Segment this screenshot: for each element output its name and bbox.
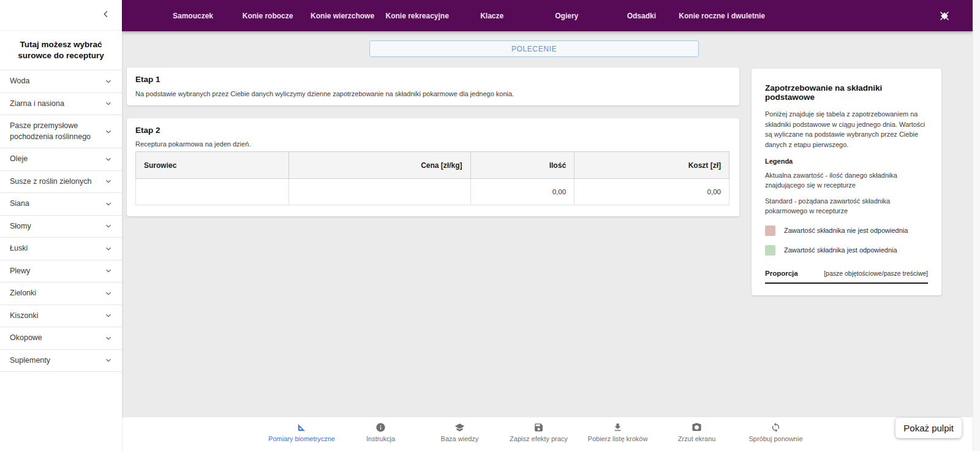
sidebar-category-item[interactable]: Okopowe <box>0 327 122 349</box>
sidebar-category-item[interactable]: Susze z roślin zielonych <box>0 170 122 193</box>
etap2-subtitle: Receptura pokarmowa na jeden dzień. <box>135 140 731 148</box>
table-header-cell: Koszt [zł] <box>575 152 729 179</box>
sidebar-collapse-button[interactable] <box>99 8 113 23</box>
toolbar-item[interactable]: Pobierz listę kroków <box>578 422 657 442</box>
compress-icon[interactable] <box>937 9 952 23</box>
chevron-down-icon <box>104 289 113 298</box>
sidebar-category-item[interactable]: Suplementy <box>0 349 122 373</box>
nav-item[interactable]: Konie wierzchowe <box>305 12 380 20</box>
chevron-down-icon <box>104 127 113 136</box>
nav-item[interactable]: Konie rekreacyjne <box>380 12 454 20</box>
sidebar-category-list: Woda Ziarna i nasiona Pasze przemysłowe … <box>0 70 122 372</box>
toolbar-item-label: Zrzut ekranu <box>678 435 716 442</box>
table-header-cell: Ilość <box>470 152 575 179</box>
chevron-down-icon <box>104 267 113 275</box>
top-nav: Samouczek Konie robocze Konie wierzchowe… <box>122 0 973 31</box>
toolbar-item[interactable]: Zapisz efekty pracy <box>499 422 578 442</box>
toolbar-item[interactable]: Instrukcja <box>341 422 420 442</box>
proportion-row: Proporcja [pasze objętościowe/pasze treś… <box>765 270 928 277</box>
show-desktop-button[interactable]: Pokaż pulpit <box>895 418 962 438</box>
sidebar-category-label: Pasze przemysłowe pochodzenia roślinnego <box>10 121 104 142</box>
sidebar-category-item[interactable]: Kiszonki <box>0 305 122 327</box>
nav-item[interactable]: Samouczek <box>156 12 230 20</box>
sidebar-category-item[interactable]: Oleje <box>0 148 122 170</box>
camera-icon <box>692 422 702 433</box>
etap1-title: Etap 1 <box>135 75 731 84</box>
sidebar-category-item[interactable]: Słomy <box>0 215 122 238</box>
sidebar-category-label: Woda <box>10 76 32 87</box>
table-cell: 0,00 <box>470 179 575 205</box>
main-content: POLECENIE Etap 1 Na podstawie wybranych … <box>122 31 973 417</box>
polecenie-button[interactable]: POLECENIE <box>369 40 699 57</box>
sidebar-category-item[interactable]: Łuski <box>0 237 122 260</box>
sidebar-category-label: Zielonki <box>10 288 39 299</box>
legend-color-label: Zawartość składnika nie jest odpowiednia <box>784 227 908 234</box>
nav-items: Samouczek Konie robocze Konie wierzchowe… <box>156 12 765 20</box>
proportion-value: [pasze objętościowe/pasze treściwe] <box>824 270 928 277</box>
chevron-down-icon <box>104 77 113 86</box>
etap2-title: Etap 2 <box>135 126 731 135</box>
toolbar-item[interactable]: Zrzut ekranu <box>657 422 736 442</box>
sidebar-category-item[interactable]: Pasze przemysłowe pochodzenia roślinnego <box>0 115 122 148</box>
legend-color-swatch <box>765 245 775 256</box>
sidebar-category-label: Ziarna i nasiona <box>10 99 67 110</box>
nav-item[interactable]: Klacze <box>454 12 529 20</box>
legend-definitions: Aktualna zawartość - ilość danego składn… <box>765 171 928 216</box>
panel-title: Zapotrzebowanie na składniki podstawowe <box>765 83 928 102</box>
scrollbar[interactable] <box>973 0 980 451</box>
sidebar-category-label: Suplementy <box>10 355 53 366</box>
nav-item[interactable]: Ogiery <box>529 12 604 20</box>
chevron-down-icon <box>104 244 113 253</box>
toolbar-item[interactable]: Baza wiedzy <box>420 422 499 442</box>
sidebar: Tutaj możesz wybrać surowce do receptury… <box>0 0 122 451</box>
sidebar-category-item[interactable]: Plewy <box>0 260 122 282</box>
sidebar-category-item[interactable]: Woda <box>0 70 122 93</box>
toolbar-item-label: Pobierz listę kroków <box>588 435 648 442</box>
legend-title: Legenda <box>765 157 928 165</box>
nav-item[interactable]: Odsadki <box>604 12 679 20</box>
toolbar-item-label: Instrukcja <box>366 435 395 442</box>
nav-item[interactable]: Konie roczne i dwuletnie <box>679 12 765 20</box>
info-icon <box>375 422 386 433</box>
chevron-down-icon <box>104 155 113 164</box>
sidebar-header <box>0 0 122 31</box>
requirements-panel: Zapotrzebowanie na składniki podstawowe … <box>752 69 941 295</box>
table-row: 0,000,00 <box>136 179 729 205</box>
sidebar-category-label: Okopowe <box>10 333 45 344</box>
proportion-divider <box>765 282 928 284</box>
sidebar-category-item[interactable]: Siana <box>0 192 122 215</box>
toolbar-items: Pomiary biometryczne Instrukcja Baza wie… <box>262 422 815 442</box>
sidebar-category-label: Kiszonki <box>10 311 41 322</box>
download-icon <box>612 422 623 433</box>
toolbar-item[interactable]: Pomiary biometryczne <box>262 422 341 442</box>
chevron-left-icon <box>101 12 111 21</box>
table-header-row: SurowiecCena [zł/kg]IlośćKoszt [zł] <box>136 152 729 179</box>
legend-color-swatch <box>765 226 775 236</box>
toolbar-item-label: Pomiary biometryczne <box>268 435 335 442</box>
proportion-label: Proporcja <box>765 270 798 277</box>
chevron-down-icon <box>104 177 113 186</box>
toolbar-item[interactable]: Spróbuj ponownie <box>736 422 815 442</box>
sidebar-category-item[interactable]: Ziarna i nasiona <box>0 93 122 115</box>
panel-description: Poniżej znajduje się tabela z zapotrzebo… <box>765 109 928 150</box>
legend-definition: Aktualna zawartość - ilość danego składn… <box>765 171 928 191</box>
table-cell <box>136 179 289 205</box>
sidebar-category-label: Łuski <box>10 243 30 254</box>
legend-color-list: Zawartość składnika nie jest odpowiednia… <box>765 226 928 256</box>
sidebar-category-item[interactable]: Zielonki <box>0 282 122 305</box>
toolbar-item-label: Zapisz efekty pracy <box>510 435 568 442</box>
graduation-cap-icon <box>454 422 465 433</box>
etap2-card: Etap 2 Receptura pokarmowa na jeden dzie… <box>127 118 739 216</box>
sidebar-category-label: Susze z roślin zielonych <box>10 176 94 188</box>
nav-item[interactable]: Konie robocze <box>230 12 305 20</box>
sidebar-category-label: Słomy <box>10 221 34 232</box>
table-header-cell: Surowiec <box>136 152 289 179</box>
chevron-down-icon <box>104 99 113 108</box>
sidebar-category-label: Siana <box>10 199 32 210</box>
sidebar-category-label: Plewy <box>10 266 32 277</box>
bottom-toolbar: Pomiary biometryczne Instrukcja Baza wie… <box>122 417 980 451</box>
toolbar-item-label: Baza wiedzy <box>441 435 479 442</box>
chevron-down-icon <box>104 311 113 320</box>
legend-color-row: Zawartość składnika nie jest odpowiednia <box>765 226 928 236</box>
table-header-cell: Cena [zł/kg] <box>289 152 471 179</box>
